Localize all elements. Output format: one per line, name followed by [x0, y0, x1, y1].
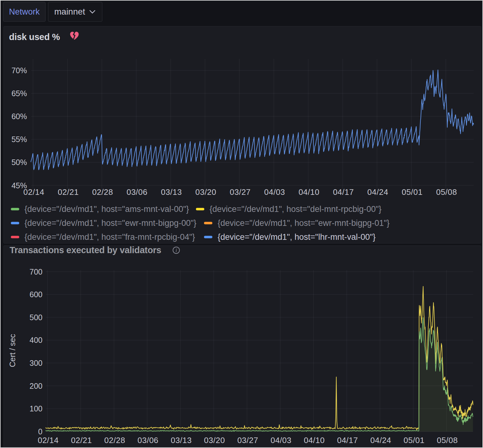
svg-text:600: 600 [29, 290, 42, 299]
svg-text:02/21: 02/21 [58, 187, 79, 197]
svg-text:04/03: 04/03 [264, 187, 285, 197]
svg-text:03/20: 03/20 [195, 187, 216, 197]
svg-text:02/28: 02/28 [92, 187, 113, 197]
svg-text:03/13: 03/13 [161, 187, 182, 197]
svg-text:300: 300 [29, 359, 42, 367]
svg-text:400: 400 [29, 336, 42, 344]
svg-text:04/17: 04/17 [333, 187, 354, 197]
svg-text:05/01: 05/01 [404, 436, 425, 445]
svg-text:03/27: 03/27 [237, 436, 258, 445]
svg-text:04/17: 04/17 [337, 436, 358, 445]
svg-text:Cert / sec: Cert / sec [8, 334, 17, 367]
svg-text:200: 200 [29, 382, 42, 390]
svg-text:65%: 65% [11, 89, 27, 98]
svg-text:05/08: 05/08 [437, 436, 458, 445]
svg-text:03/06: 03/06 [126, 187, 148, 197]
svg-text:02/21: 02/21 [71, 436, 92, 445]
svg-text:04/10: 04/10 [299, 187, 320, 197]
svg-text:04/24: 04/24 [370, 436, 392, 445]
svg-text:04/10: 04/10 [304, 436, 325, 445]
svg-text:03/13: 03/13 [171, 436, 192, 445]
svg-text:60%: 60% [11, 112, 27, 121]
svg-text:05/08: 05/08 [436, 187, 457, 197]
svg-text:03/06: 03/06 [138, 436, 159, 445]
svg-text:02/14: 02/14 [23, 187, 44, 197]
svg-text:100: 100 [29, 404, 42, 413]
svg-text:55%: 55% [11, 135, 27, 144]
svg-text:04/24: 04/24 [367, 187, 388, 197]
svg-text:500: 500 [29, 313, 42, 322]
svg-text:03/27: 03/27 [230, 187, 251, 197]
svg-text:50%: 50% [11, 158, 27, 167]
svg-text:02/28: 02/28 [104, 436, 125, 445]
svg-text:0: 0 [38, 427, 42, 436]
svg-text:02/14: 02/14 [38, 436, 59, 445]
svg-text:03/20: 03/20 [204, 436, 225, 445]
svg-text:05/01: 05/01 [402, 187, 423, 197]
svg-text:700: 700 [29, 267, 42, 276]
svg-text:04/03: 04/03 [271, 436, 292, 445]
svg-text:70%: 70% [11, 66, 27, 75]
